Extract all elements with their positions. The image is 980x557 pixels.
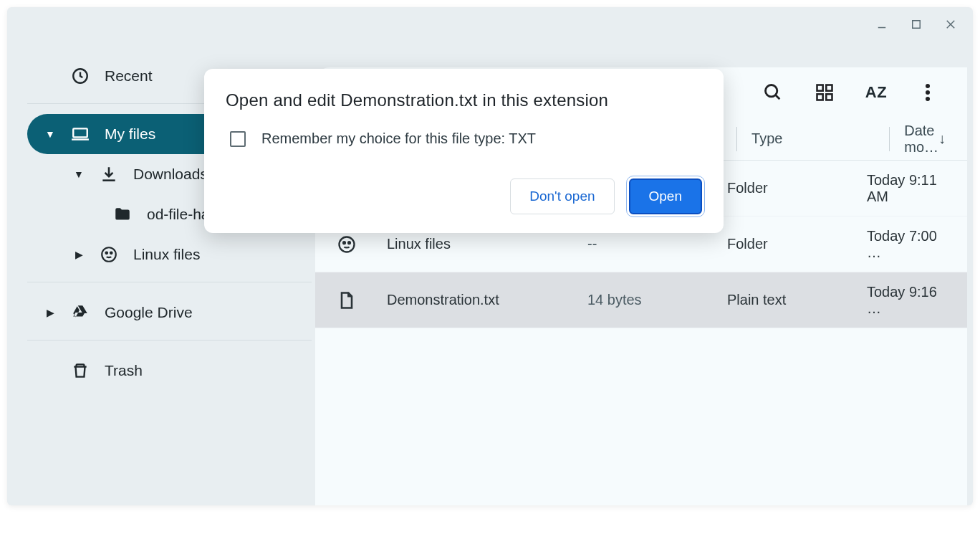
clock-icon <box>70 67 90 85</box>
close-button[interactable] <box>936 11 966 37</box>
chevron-down-icon: ▼ <box>44 128 56 140</box>
svg-point-18 <box>348 242 350 244</box>
maximize-button[interactable] <box>901 11 931 37</box>
svg-point-10 <box>766 85 777 97</box>
col-date[interactable]: Date mo… ↓ <box>904 123 946 156</box>
trash-icon <box>70 361 90 380</box>
svg-rect-13 <box>826 85 832 91</box>
folder-icon <box>112 205 133 224</box>
file-icon <box>337 290 387 310</box>
search-button[interactable] <box>762 82 784 103</box>
grid-view-button[interactable] <box>814 82 835 103</box>
chevron-right-icon: ▶ <box>73 249 85 260</box>
titlebar <box>7 7 973 42</box>
svg-rect-15 <box>826 94 832 100</box>
open-file-dialog: Open and edit Demonstration.txt in this … <box>204 69 724 233</box>
linux-icon <box>337 234 387 254</box>
sidebar-item-trash[interactable]: Trash <box>27 351 312 391</box>
svg-rect-12 <box>817 85 823 91</box>
dialog-title: Open and edit Demonstration.txt in this … <box>226 90 702 110</box>
svg-point-8 <box>105 252 107 254</box>
remember-checkbox-row[interactable]: Remember my choice for this file type: T… <box>226 130 702 147</box>
download-icon <box>99 165 119 184</box>
sidebar-item-linux[interactable]: ▶ Linux files <box>56 234 312 275</box>
svg-rect-1 <box>913 21 921 29</box>
remember-label: Remember my choice for this file type: T… <box>261 130 536 147</box>
sidebar-label-myfiles: My files <box>105 125 155 143</box>
sidebar-item-gdrive[interactable]: ▶ Google Drive <box>27 292 312 333</box>
svg-point-16 <box>340 237 355 252</box>
chevron-down-icon: ▼ <box>73 168 85 180</box>
svg-point-9 <box>110 252 112 254</box>
svg-rect-5 <box>73 128 87 137</box>
drive-icon <box>70 303 90 322</box>
sidebar-label-linux: Linux files <box>133 246 200 263</box>
minimize-button[interactable] <box>867 11 897 37</box>
svg-point-17 <box>343 242 345 244</box>
col-type[interactable]: Type <box>751 130 889 147</box>
svg-line-11 <box>776 95 780 100</box>
sidebar-label-gdrive: Google Drive <box>105 304 193 321</box>
svg-rect-14 <box>817 94 823 100</box>
sort-desc-icon: ↓ <box>938 130 946 147</box>
chevron-right-icon: ▶ <box>44 307 56 318</box>
more-button[interactable] <box>917 82 938 103</box>
sidebar-label-trash: Trash <box>105 362 143 379</box>
sort-button[interactable]: AZ <box>865 82 887 103</box>
linux-icon <box>99 245 119 264</box>
checkbox-icon[interactable] <box>230 131 246 147</box>
file-row-demonstration[interactable]: Demonstration.txt 14 bytes Plain text To… <box>315 272 967 328</box>
laptop-icon <box>70 125 90 143</box>
sidebar-label-downloads: Downloads <box>133 166 208 183</box>
files-window: Recent ▼ My files ▼ Downloads <box>7 7 973 505</box>
dont-open-button[interactable]: Don't open <box>510 178 614 214</box>
sidebar-label-recent: Recent <box>105 67 153 85</box>
open-button[interactable]: Open <box>629 178 702 214</box>
svg-point-7 <box>102 247 116 262</box>
